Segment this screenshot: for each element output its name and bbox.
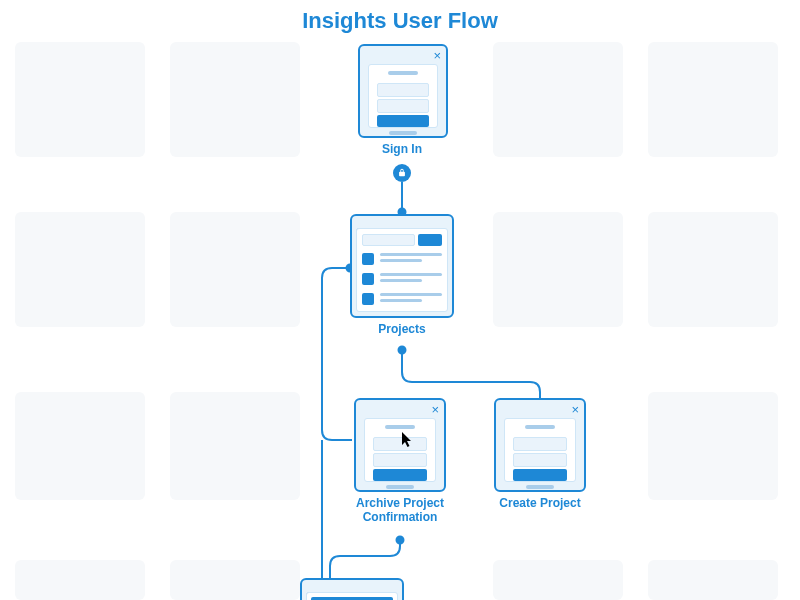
node-sign-in-label: Sign In [322,142,482,156]
node-create-label: Create Project [460,496,620,510]
close-icon: × [433,49,441,62]
close-icon: × [431,403,439,416]
node-partial-bottom[interactable] [300,578,404,600]
node-sign-in[interactable]: × [358,44,448,138]
node-archive[interactable]: × [354,398,446,492]
close-icon: × [571,403,579,416]
diagram-title: Insights User Flow [0,8,800,34]
node-archive-label: Archive Project Confirmation [320,496,480,524]
flow-canvas[interactable]: Insights User Flow × Sign In Projects × [0,0,800,600]
node-create[interactable]: × [494,398,586,492]
node-projects[interactable] [350,214,454,318]
lock-icon [393,164,411,182]
node-projects-label: Projects [322,322,482,336]
mouse-cursor-icon [402,432,414,448]
